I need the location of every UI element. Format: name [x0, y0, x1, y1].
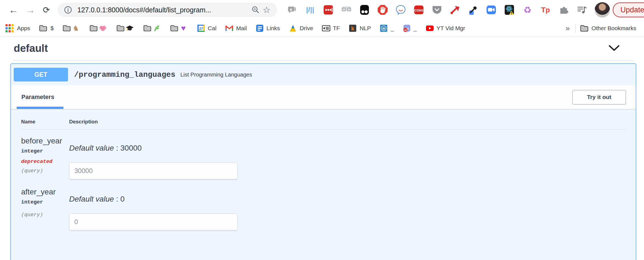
param-value-input[interactable]: [69, 213, 238, 230]
profile-avatar[interactable]: [595, 2, 610, 18]
param-value-input[interactable]: [69, 162, 238, 179]
param-deprecated-flag: deprecated: [21, 159, 69, 165]
param-location: (query): [21, 168, 69, 174]
bookmark-label: Apps: [17, 25, 30, 32]
url-text[interactable]: 127.0.0.1:8000/docs#/default/list_progra…: [77, 6, 250, 14]
tab-parameters[interactable]: Parameters: [21, 85, 55, 109]
other-bookmarks[interactable]: Other Bookmarks: [580, 24, 636, 33]
playlist-queue-icon[interactable]: [576, 4, 587, 15]
default-value-label: Default value: [69, 144, 114, 152]
parameters-body: Name Description before_year integer dep…: [11, 109, 636, 230]
puzzle-extensions-icon[interactable]: [558, 4, 569, 15]
chat-smile-extension-icon[interactable]: [395, 4, 406, 15]
chrome-update-button[interactable]: Update ⋮: [613, 2, 644, 17]
bookmark-cal34[interactable]: 34 _: [402, 24, 417, 33]
keras-k-icon: k: [348, 24, 357, 33]
bookmark-label: Cal: [208, 25, 217, 32]
brain-icon: [98, 24, 108, 33]
bookmark-mail[interactable]: Mail: [225, 24, 247, 33]
bookmark-folder-carousel-horse[interactable]: ♞: [62, 24, 81, 33]
svg-text:k: k: [351, 26, 355, 32]
folder-icon: [62, 24, 71, 33]
zoom-meet-extension-icon[interactable]: [486, 4, 497, 15]
gmail-icon: [225, 24, 234, 33]
default-value-number: 0: [120, 195, 125, 203]
section-collapse-chevron-icon[interactable]: [608, 44, 620, 53]
default-value-sep: :: [114, 144, 120, 152]
lastpass-extension-icon[interactable]: [323, 4, 334, 15]
section-title: default: [14, 43, 48, 54]
update-label: Update: [620, 6, 644, 14]
bookmark-label: $: [50, 25, 54, 32]
folder-icon: [38, 24, 48, 33]
default-value-sep: :: [114, 195, 120, 203]
param-type: integer: [21, 199, 69, 205]
google-drive-icon: [288, 24, 298, 33]
bookmark-nlp[interactable]: k NLP: [348, 24, 371, 33]
bookmark-folder-graduation-cap[interactable]: [116, 24, 134, 33]
bookmarks-overflow-chevron[interactable]: »: [561, 24, 574, 33]
bookmark-tf[interactable]: TF: [321, 24, 340, 33]
folder-icon: [89, 24, 98, 33]
bookmark-links[interactable]: Links: [255, 24, 280, 33]
bookmark-label: Links: [267, 25, 280, 32]
operation-summary-row[interactable]: GET /programming_languages List Programm…: [11, 64, 636, 85]
pocket-extension-icon[interactable]: [431, 4, 442, 15]
back-icon[interactable]: ←: [5, 5, 22, 15]
browser-toolbar: ← → ⟳ 127.0.0.1:8000/docs#/default/list_…: [0, 0, 644, 20]
swagger-page: default GET /programming_languages List …: [0, 37, 644, 260]
bookmark-drive[interactable]: Drive: [288, 24, 313, 33]
section-divider: [14, 60, 634, 61]
tally-counter-extension-icon[interactable]: |/||: [305, 4, 316, 15]
captions-extension-icon[interactable]: a: [287, 4, 298, 15]
color-picker-extension-icon[interactable]: [468, 4, 479, 15]
bookmark-folder-dollar[interactable]: $: [38, 24, 54, 33]
site-info-icon[interactable]: [63, 4, 74, 15]
bookmark-apps[interactable]: Apps: [5, 24, 30, 33]
redirect-arrow-extension-icon[interactable]: [450, 4, 461, 15]
zoom-out-icon[interactable]: [250, 4, 261, 15]
forward-icon[interactable]: →: [22, 5, 39, 15]
param-row-before-year: before_year integer deprecated (query): [21, 137, 69, 179]
operation-summary: List Programming Languages: [180, 72, 252, 78]
bookmark-label: _: [391, 25, 394, 32]
card-lines-icon: [321, 24, 331, 33]
3d-glasses-extension-icon[interactable]: [341, 4, 352, 15]
bookmark-cal[interactable]: 27 Cal: [196, 24, 217, 33]
param-name: after_year: [21, 188, 69, 196]
bookmark-folder-brain[interactable]: [89, 24, 108, 33]
operation-path: /programming_languages: [74, 70, 176, 79]
youtube-icon: [425, 24, 434, 33]
herb-icon: [152, 24, 161, 33]
param-row-after-year: after_year integer (query): [21, 188, 69, 230]
graduation-cap-icon: [125, 24, 134, 33]
svg-text:CORS: CORS: [414, 9, 423, 12]
param-description-cell: Default value : 0: [69, 188, 626, 230]
param-type: integer: [21, 148, 69, 154]
cors-unblock-extension-icon[interactable]: CORS: [413, 4, 424, 15]
param-location: (query): [21, 212, 69, 218]
svg-text:W: W: [382, 27, 385, 30]
param-name: before_year: [21, 137, 69, 145]
react-devtools-extension-icon[interactable]: [504, 4, 515, 15]
dark-reader-extension-icon[interactable]: [359, 4, 370, 15]
adblock-extension-icon[interactable]: [377, 4, 388, 15]
tab-parameters-label: Parameters: [21, 94, 54, 101]
param-description-cell: Default value : 30000: [69, 137, 626, 179]
column-header-description: Description: [69, 119, 626, 129]
svg-text:34: 34: [404, 29, 407, 32]
bookmark-yt-vid-mgr[interactable]: YT Vid Mgr: [425, 24, 465, 33]
bookmark-label: _: [414, 25, 417, 32]
bookmark-folder-purple-heart[interactable]: ♥: [170, 24, 188, 33]
address-bar[interactable]: 127.0.0.1:8000/docs#/default/list_progra…: [58, 3, 277, 17]
default-value-label: Default value: [69, 195, 114, 203]
default-value-number: 30000: [120, 144, 142, 152]
folder-icon: [580, 24, 589, 33]
reload-icon[interactable]: ⟳: [39, 6, 54, 14]
bookmark-star-icon[interactable]: ☆: [261, 4, 272, 15]
recycle-extension-icon[interactable]: ♻: [522, 4, 533, 15]
try-it-out-button[interactable]: Try it out: [572, 90, 626, 104]
toucan-extension-icon[interactable]: Tp: [540, 4, 551, 15]
bookmark-folder-herb[interactable]: [143, 24, 161, 33]
bookmark-wordpress[interactable]: W _: [379, 24, 394, 33]
